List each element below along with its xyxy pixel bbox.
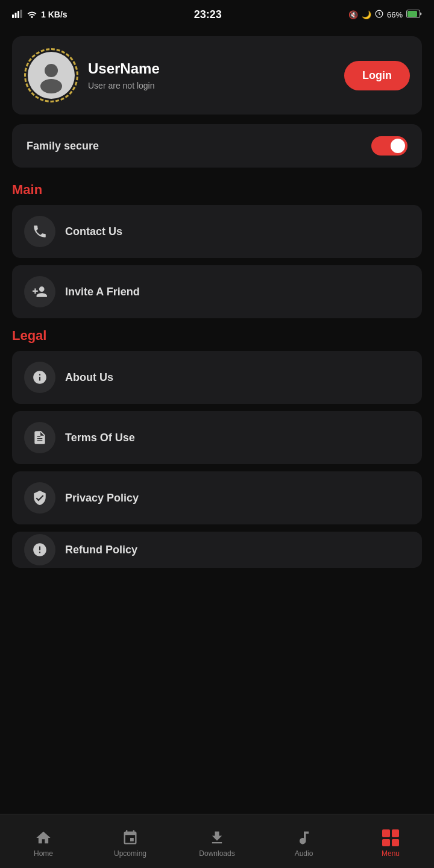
invite-friend-icon-circle xyxy=(24,276,55,307)
add-person-icon xyxy=(32,284,48,300)
battery-icon xyxy=(406,10,422,20)
info-person-icon xyxy=(32,370,48,385)
profile-card: UserName User are not login Login xyxy=(12,36,422,115)
svg-rect-0 xyxy=(12,14,14,18)
nav-upcoming[interactable]: Upcoming xyxy=(87,814,174,868)
family-secure-label: Family secure xyxy=(27,140,99,153)
nav-downloads-label: Downloads xyxy=(199,849,234,858)
downloads-icon xyxy=(209,829,225,846)
shield-check-icon xyxy=(32,490,48,506)
profile-left: UserName User are not login xyxy=(24,48,160,102)
svg-rect-3 xyxy=(20,10,22,18)
legal-section: Legal About Us Terms Of Use xyxy=(12,328,422,568)
contact-us-icon-circle xyxy=(24,216,55,247)
moon-icon: 🌙 xyxy=(362,10,371,19)
status-time: 23:23 xyxy=(194,8,222,21)
nav-audio[interactable]: Audio xyxy=(260,814,347,868)
refund-policy-label: Refund Policy xyxy=(65,544,137,556)
audio-icon xyxy=(295,829,312,846)
invite-friend-label: Invite A Friend xyxy=(65,286,140,298)
wifi-icon xyxy=(27,10,37,20)
phone-icon xyxy=(32,224,48,239)
refund-icon xyxy=(32,542,48,558)
privacy-icon-circle xyxy=(24,482,55,514)
contact-us-label: Contact Us xyxy=(65,225,122,238)
silent-icon: 🔇 xyxy=(348,10,358,19)
main-section: Main Contact Us Invite A Friend xyxy=(12,182,422,318)
toggle-thumb xyxy=(391,139,405,153)
lock-icon xyxy=(375,10,383,20)
document-icon xyxy=(32,430,48,445)
status-bar: 1 KB/s 23:23 🔇 🌙 66% xyxy=(0,0,434,27)
home-icon xyxy=(35,829,52,846)
privacy-policy-item[interactable]: Privacy Policy xyxy=(12,471,422,524)
family-secure-card: Family secure xyxy=(12,124,422,168)
legal-section-header: Legal xyxy=(12,328,422,344)
terms-icon-circle xyxy=(24,422,55,453)
status-left: 1 KB/s xyxy=(12,10,68,20)
main-content: UserName User are not login Login Family… xyxy=(0,27,434,638)
nav-audio-label: Audio xyxy=(295,849,313,858)
status-right: 🔇 🌙 66% xyxy=(348,10,422,20)
about-us-item[interactable]: About Us xyxy=(12,351,422,404)
svg-rect-6 xyxy=(407,11,417,17)
speed-text: 1 KB/s xyxy=(41,10,68,19)
invite-friend-item[interactable]: Invite A Friend xyxy=(12,265,422,318)
nav-menu[interactable]: Menu xyxy=(347,814,434,868)
profile-info: UserName User are not login xyxy=(88,60,160,90)
about-us-label: About Us xyxy=(65,371,113,384)
nav-home-label: Home xyxy=(34,849,53,858)
nav-upcoming-label: Upcoming xyxy=(114,849,146,858)
refund-icon-circle xyxy=(24,534,55,565)
main-section-header: Main xyxy=(12,182,422,198)
family-secure-toggle[interactable] xyxy=(371,136,407,156)
terms-of-use-label: Terms Of Use xyxy=(65,432,135,444)
svg-rect-2 xyxy=(17,11,19,18)
about-us-icon-circle xyxy=(24,362,55,393)
menu-grid-icon xyxy=(382,829,399,846)
nav-downloads[interactable]: Downloads xyxy=(174,814,260,868)
battery-text: 66% xyxy=(387,10,403,19)
signal-icon xyxy=(12,10,23,20)
contact-us-item[interactable]: Contact Us xyxy=(12,205,422,258)
avatar-container xyxy=(24,48,78,102)
terms-of-use-item[interactable]: Terms Of Use xyxy=(12,411,422,464)
refund-policy-item[interactable]: Refund Policy xyxy=(12,532,422,568)
privacy-policy-label: Privacy Policy xyxy=(65,492,139,505)
svg-point-8 xyxy=(40,79,62,93)
svg-point-7 xyxy=(45,64,58,77)
profile-status: User are not login xyxy=(88,81,160,90)
avatar xyxy=(28,52,75,99)
nav-menu-label: Menu xyxy=(382,849,400,858)
svg-rect-1 xyxy=(15,13,17,18)
toggle-track xyxy=(371,136,407,156)
nav-home[interactable]: Home xyxy=(0,814,87,868)
login-button[interactable]: Login xyxy=(344,61,410,90)
upcoming-icon xyxy=(122,829,139,846)
profile-username: UserName xyxy=(88,60,160,77)
bottom-nav: Home Upcoming Downloads Audio Menu xyxy=(0,814,434,868)
